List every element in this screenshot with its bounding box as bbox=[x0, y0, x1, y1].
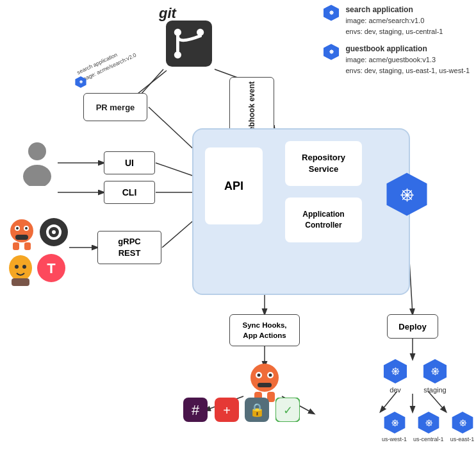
k8s-useast-icon: ⎈ bbox=[450, 410, 475, 435]
search-app-k8s-icon: ⎈ bbox=[322, 4, 340, 22]
checklist-icon: ✓ bbox=[275, 398, 300, 422]
k8s-uswest-icon: ⎈ bbox=[382, 410, 407, 435]
k8s-large-icon: ⎈ bbox=[384, 172, 429, 217]
k8s-useast-cluster: ⎈ us-east-1 bbox=[450, 410, 475, 442]
security-icon: 🔒 bbox=[245, 398, 269, 422]
mascots-area: T bbox=[6, 218, 90, 287]
k8s-dev-cluster: ⎈ dev bbox=[382, 358, 409, 394]
k8s-staging-cluster: ⎈ staging bbox=[422, 358, 448, 394]
svg-text:⎈: ⎈ bbox=[391, 363, 400, 378]
svg-rect-24 bbox=[166, 21, 212, 67]
svg-text:⎈: ⎈ bbox=[329, 47, 334, 55]
svg-text:T: T bbox=[47, 260, 56, 276]
svg-point-49 bbox=[15, 265, 19, 269]
svg-text:⎈: ⎈ bbox=[329, 8, 334, 16]
k8s-dev-icon: ⎈ bbox=[382, 358, 409, 385]
git-icon bbox=[163, 18, 215, 69]
tekton-icon: T bbox=[37, 254, 65, 282]
svg-text:#: # bbox=[192, 402, 200, 418]
svg-rect-43 bbox=[13, 242, 19, 250]
svg-text:✓: ✓ bbox=[283, 404, 293, 417]
k8s-useast-label: us-east-1 bbox=[450, 436, 475, 442]
svg-rect-42 bbox=[15, 235, 28, 240]
apps-panel: ⎈ search application image: acme/search:… bbox=[322, 4, 470, 76]
guestbook-app-text: guestbook application image: acme/guestb… bbox=[345, 43, 470, 76]
cli-box: CLI bbox=[104, 181, 155, 204]
svg-rect-51 bbox=[12, 278, 29, 286]
deploy-box: Deploy bbox=[387, 314, 438, 339]
k8s-staging-icon: ⎈ bbox=[422, 358, 448, 385]
search-app-text: search application image: acme/search:v1… bbox=[345, 4, 443, 37]
svg-point-60 bbox=[269, 374, 272, 377]
svg-text:⎈: ⎈ bbox=[391, 416, 398, 429]
slack-icon: # bbox=[183, 398, 208, 422]
argo-mascot-icon bbox=[6, 218, 37, 251]
svg-rect-44 bbox=[24, 242, 31, 250]
k8s-staging-label: staging bbox=[423, 386, 446, 394]
svg-point-50 bbox=[22, 265, 26, 269]
svg-text:⎈: ⎈ bbox=[400, 181, 414, 206]
svg-rect-61 bbox=[258, 383, 272, 387]
svg-text:🔒: 🔒 bbox=[249, 402, 265, 417]
svg-point-47 bbox=[52, 230, 56, 234]
k8s-bottom-row: ⎈ us-west-1 ⎈ us-central-1 ⎈ us-east-1 bbox=[382, 410, 475, 442]
person-icon bbox=[18, 141, 56, 186]
svg-text:⎈: ⎈ bbox=[459, 416, 466, 429]
guestbook-app-entry: ⎈ guestbook application image: acme/gues… bbox=[322, 43, 470, 76]
k8s-uscentral-label: us-central-1 bbox=[413, 436, 444, 442]
svg-line-8 bbox=[149, 107, 199, 154]
circleci-icon bbox=[40, 218, 68, 246]
svg-text:+: + bbox=[223, 403, 231, 417]
svg-point-36 bbox=[23, 165, 51, 186]
svg-text:⎈: ⎈ bbox=[425, 416, 432, 429]
k8s-top-row: ⎈ dev ⎈ staging bbox=[382, 358, 475, 394]
pr-merge-box: PR merge bbox=[83, 93, 147, 121]
health-shield-icon: + bbox=[215, 398, 239, 422]
search-app-entry: ⎈ search application image: acme/search:… bbox=[322, 4, 470, 37]
svg-point-59 bbox=[258, 374, 261, 377]
jenkins-icon bbox=[6, 254, 35, 287]
svg-point-41 bbox=[25, 227, 28, 230]
svg-point-48 bbox=[9, 255, 32, 281]
svg-point-35 bbox=[28, 142, 46, 160]
app-controller-box: ApplicationController bbox=[285, 198, 362, 242]
k8s-uswest-cluster: ⎈ us-west-1 bbox=[382, 410, 407, 442]
k8s-dev-label: dev bbox=[390, 386, 401, 394]
k8s-uswest-label: us-west-1 bbox=[382, 436, 407, 442]
k8s-uscentral-cluster: ⎈ us-central-1 bbox=[413, 410, 444, 442]
k8s-uscentral-icon: ⎈ bbox=[416, 410, 441, 435]
svg-point-40 bbox=[16, 227, 19, 230]
guestbook-app-k8s-icon: ⎈ bbox=[322, 43, 340, 61]
ui-box: UI bbox=[104, 151, 155, 174]
diagram: git ⎈ search application image: acme/sea… bbox=[0, 0, 476, 454]
api-box: API bbox=[205, 147, 263, 224]
repo-service-box: RepositoryService bbox=[285, 141, 362, 186]
grpc-rest-box: gRPCREST bbox=[97, 231, 161, 264]
svg-text:⎈: ⎈ bbox=[431, 363, 439, 378]
svg-point-56 bbox=[250, 364, 279, 392]
sync-hooks-box: Sync Hooks,App Actions bbox=[229, 314, 300, 346]
k8s-clusters: ⎈ dev ⎈ staging ⎈ us-west-1 bbox=[382, 358, 475, 442]
search-app-small-icon: ⎈ bbox=[74, 76, 87, 88]
